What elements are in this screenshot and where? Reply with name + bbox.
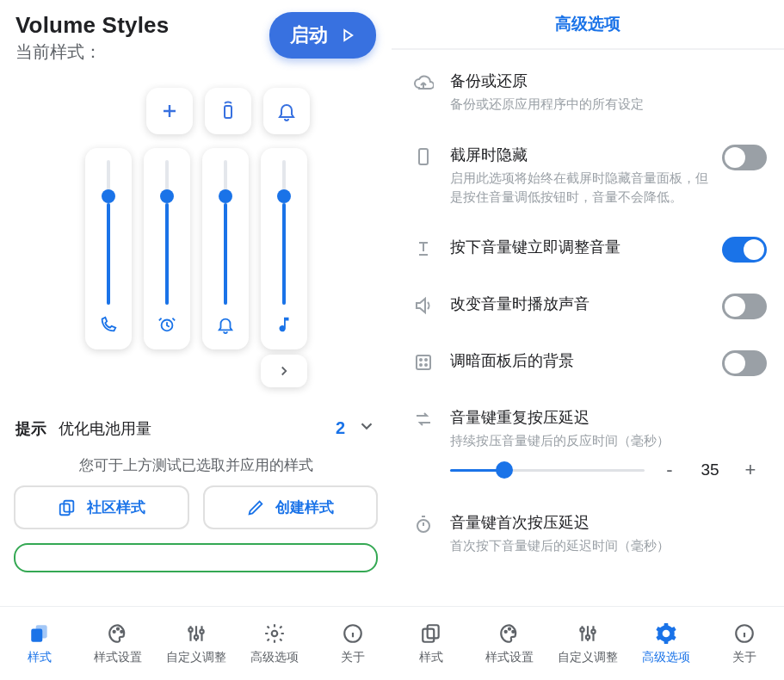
item-repeat-delay: 音量键重复按压延迟 持续按压音量键后的反应时间（毫秒） <box>392 392 784 455</box>
tab-customize[interactable]: 自定义调整 <box>157 607 235 680</box>
repeat-icon <box>409 407 438 430</box>
repeat-delay-slider[interactable] <box>450 460 645 480</box>
gear-icon <box>263 622 286 645</box>
tab-styles[interactable]: 样式 <box>392 607 470 680</box>
tab-style-settings[interactable]: 样式设置 <box>470 607 548 680</box>
svg-point-24 <box>509 627 510 629</box>
sliders-icon <box>577 622 599 645</box>
add-style-button[interactable] <box>146 88 193 134</box>
bottom-nav-right: 样式 样式设置 自定义调整 高级选项 关于 <box>392 606 784 680</box>
tab-customize[interactable]: 自定义调整 <box>548 607 627 680</box>
svg-point-26 <box>580 627 583 631</box>
palette-icon <box>498 622 521 645</box>
svg-point-18 <box>420 364 422 366</box>
grid-icon <box>409 350 438 373</box>
item-dim-bg[interactable]: 调暗面板后的背景 <box>392 335 784 392</box>
repeat-delay-value: 35 <box>694 461 725 479</box>
music-note-icon <box>275 315 293 337</box>
toggle-dim-bg[interactable] <box>722 350 767 376</box>
launch-button[interactable]: 启动 <box>269 12 376 59</box>
sliders-icon <box>185 622 207 645</box>
tab-styles[interactable]: 样式 <box>0 607 78 680</box>
plus-button[interactable]: + <box>741 459 760 481</box>
svg-point-8 <box>120 630 122 632</box>
minus-button[interactable]: - <box>660 459 679 481</box>
ring-button[interactable] <box>263 88 310 134</box>
info-icon <box>733 622 756 645</box>
info-icon <box>342 622 364 645</box>
launch-label: 启动 <box>290 22 328 48</box>
chevron-right-icon <box>276 363 292 379</box>
test-note: 您可于上方测试已选取并应用的样式 <box>0 450 392 485</box>
volume-slider-call[interactable] <box>85 148 132 349</box>
bell-icon <box>216 315 235 337</box>
community-styles-button[interactable]: 社区样式 <box>14 485 189 529</box>
device-vibrate-icon <box>218 101 238 121</box>
alarm-icon <box>157 315 176 337</box>
plus-icon <box>159 101 180 121</box>
chevron-down-icon <box>357 417 376 440</box>
item-hide-on-screenshot[interactable]: 截屏时隐藏 启用此选项将始终在截屏时隐藏音量面板，但是按住音量调低按钮时，音量不… <box>392 129 784 222</box>
pencil-icon <box>246 498 265 517</box>
bottom-nav-left: 样式 样式设置 自定义调整 高级选项 关于 <box>0 606 392 680</box>
hint-count: 2 <box>336 418 345 438</box>
cards-icon <box>28 622 51 645</box>
tab-about[interactable]: 关于 <box>706 607 784 680</box>
tab-advanced[interactable]: 高级选项 <box>235 607 313 680</box>
volume-slider-media[interactable] <box>261 148 307 349</box>
svg-point-27 <box>586 635 590 639</box>
cards-icon <box>58 498 77 517</box>
svg-rect-5 <box>35 625 46 638</box>
svg-point-23 <box>504 630 506 632</box>
svg-point-28 <box>591 629 595 633</box>
bell-icon <box>276 101 297 121</box>
current-style-label: 当前样式： <box>15 40 102 64</box>
item-play-sound[interactable]: 改变音量时播放声音 <box>392 278 784 335</box>
toggle-play-sound[interactable] <box>722 294 767 319</box>
svg-rect-0 <box>225 106 231 118</box>
svg-point-25 <box>512 630 514 632</box>
svg-point-6 <box>113 630 114 632</box>
phone-icon <box>99 315 118 337</box>
svg-point-16 <box>420 359 422 361</box>
tab-advanced[interactable]: 高级选项 <box>627 607 706 680</box>
palette-icon <box>107 622 129 645</box>
tab-style-settings[interactable]: 样式设置 <box>78 607 157 680</box>
device-button[interactable] <box>205 88 251 134</box>
svg-point-19 <box>425 364 427 366</box>
create-style-button[interactable]: 创建样式 <box>203 485 379 529</box>
page-title: 高级选项 <box>555 13 620 35</box>
svg-point-10 <box>194 635 197 639</box>
svg-point-12 <box>271 630 277 636</box>
svg-point-11 <box>200 629 203 633</box>
toggle-hide-on-screenshot[interactable] <box>722 145 767 170</box>
cloud-upload-icon <box>409 71 438 93</box>
svg-point-9 <box>188 627 192 631</box>
item-first-delay: 音量键首次按压延迟 首次按下音量键后的延迟时间（毫秒） <box>392 497 784 571</box>
highlight-box <box>14 543 378 572</box>
hint-text: 优化电池用量 <box>59 418 151 439</box>
volume-slider-alarm[interactable] <box>144 148 190 349</box>
svg-rect-15 <box>417 355 430 369</box>
svg-point-7 <box>116 627 118 629</box>
cards-icon <box>420 622 442 645</box>
item-backup[interactable]: 备份或还原 备份或还原应用程序中的所有设定 <box>392 55 784 129</box>
expand-button[interactable] <box>261 355 307 387</box>
hint-row[interactable]: 提示 优化电池用量 2 <box>15 417 376 440</box>
app-title: Volume Styles <box>15 12 169 39</box>
plus-minus-icon <box>409 237 438 259</box>
stopwatch-icon <box>409 512 438 535</box>
svg-rect-22 <box>427 625 438 638</box>
toggle-instant-adjust[interactable] <box>722 237 767 263</box>
phone-outline-icon <box>409 145 438 167</box>
item-instant-adjust[interactable]: 按下音量键立即调整音量 <box>392 221 784 278</box>
svg-rect-14 <box>419 149 428 164</box>
volume-slider-ring[interactable] <box>202 148 249 349</box>
svg-point-17 <box>425 359 427 361</box>
hint-tag: 提示 <box>15 418 46 439</box>
tab-about[interactable]: 关于 <box>313 607 392 680</box>
gear-icon <box>655 622 677 645</box>
play-icon <box>340 28 355 43</box>
sound-icon <box>409 294 438 316</box>
